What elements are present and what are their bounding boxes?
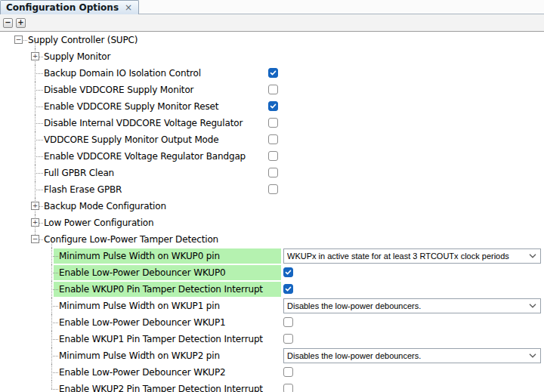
tree-row[interactable]: + Supply Monitor [0,48,544,65]
tree-row[interactable]: Enable Low-Power Debouncer WKUP1 [0,314,544,331]
tree-item-label[interactable]: Supply Controller (SUPC) [28,32,138,48]
tree-guide-line [51,347,52,364]
check-icon [285,286,292,292]
chevron-down-icon [529,353,536,358]
tree-item-label[interactable]: Enable Low-Power Debouncer WKUP1 [59,314,226,331]
tree-row[interactable]: Minimum Pulse Width on WKUP0 pin WKUPx i… [0,248,544,264]
tree-item-label[interactable]: Low Power Configuration [44,215,153,231]
tree-branch-line [51,372,58,373]
checkbox[interactable] [268,168,278,177]
tree-row[interactable]: VDDCORE Supply Monitor Output Mode [0,131,544,148]
tree-item-label[interactable]: Backup Domain IO Isolation Control [44,65,201,82]
tree-item-label[interactable]: VDDCORE Supply Monitor Output Mode [44,131,218,148]
tab-close-icon[interactable]: × [125,3,132,12]
tree-item-label[interactable]: Enable WKUP0 Pin Tamper Detection Interr… [59,281,263,298]
dropdown[interactable]: WKUPx in active state for at least 3 RTC… [283,248,541,264]
tree-item-label[interactable]: Backup Mode Configuration [44,198,166,215]
expand-icon[interactable]: + [31,202,39,210]
tree-row[interactable]: Enable Low-Power Debouncer WKUP2 [0,364,544,381]
tree-row[interactable]: Enable VDDCORE Voltage Regulator Bandgap [0,148,544,165]
tree-row[interactable]: Enable WKUP0 Pin Tamper Detection Interr… [0,281,544,298]
tree-item-label[interactable]: Minimum Pulse Width on WKUP2 pin [59,347,220,364]
collapse-icon[interactable]: − [31,235,39,243]
tree-row[interactable]: + Backup Mode Configuration [0,198,544,215]
tree-item-label[interactable]: Disable VDDCORE Supply Monitor [44,82,193,98]
tree-branch-line [35,140,43,140]
tree-row[interactable]: Enable WKUP1 Pin Tamper Detection Interr… [0,331,544,347]
tree-guide-line [51,248,52,264]
dropdown-value: WKUPx in active state for at least 3 RTC… [287,252,529,261]
tree-branch-line [35,90,43,91]
tree-row[interactable]: Enable Low-Power Debouncer WKUP0 [0,264,544,281]
checkbox[interactable] [283,317,293,327]
tree-guide-line [35,165,36,181]
checkbox[interactable] [283,367,293,377]
tree-item-label[interactable]: Enable VDDCORE Supply Monitor Reset [44,98,218,115]
tab-title: Configuration Options [6,2,119,13]
tree-item-label[interactable]: Minimum Pulse Width on WKUP0 pin [59,248,220,264]
checkbox[interactable] [268,85,278,94]
checkbox[interactable] [283,284,293,294]
tree-item-label[interactable]: Supply Monitor [44,48,110,65]
tree-branch-line [23,40,27,41]
checkbox[interactable] [268,118,278,128]
tree-row[interactable]: Enable WKUP2 Pin Tamper Detection Interr… [0,381,544,392]
collapse-all-button[interactable]: − [3,18,13,28]
tree-guide-line [51,281,52,298]
tree-row[interactable]: + Low Power Configuration [0,215,544,231]
chevron-down-icon [529,254,536,258]
tree-branch-line [35,123,43,124]
tree-branch-line [35,73,43,74]
plus-icon: + [17,19,23,26]
tree-branch-line [51,273,58,273]
expand-all-button[interactable]: + [16,18,26,28]
checkbox[interactable] [268,134,278,144]
tree-row[interactable]: Minimum Pulse Width on WKUP2 pin Disable… [0,347,544,364]
tree-item-label[interactable]: Enable WKUP2 Pin Tamper Detection Interr… [59,381,263,392]
tree-item-label[interactable]: Enable WKUP1 Pin Tamper Detection Interr… [59,331,263,347]
tree-item-label[interactable]: Full GPBR Clean [44,165,114,181]
checkbox[interactable] [268,101,278,111]
check-icon [270,103,277,110]
tree-guide-line [35,115,36,131]
tree-row[interactable]: Enable VDDCORE Supply Monitor Reset [0,98,544,115]
checkbox[interactable] [283,267,293,277]
tree-row[interactable]: Disable VDDCORE Supply Monitor [0,82,544,98]
tree-item-label[interactable]: Enable Low-Power Debouncer WKUP0 [59,264,226,281]
checkbox[interactable] [283,384,293,392]
tree-guide-line [51,314,52,331]
expand-icon[interactable]: + [31,218,39,227]
tree-item-label[interactable]: Enable VDDCORE Voltage Regulator Bandgap [44,148,246,165]
tree-branch-line [35,190,43,190]
tree-row[interactable]: Disable Internal VDDCORE Voltage Regulat… [0,115,544,131]
dropdown-value: Disables the low-power debouncers. [287,351,529,360]
checkbox[interactable] [283,334,293,344]
tree-item-label[interactable]: Minimum Pulse Width on WKUP1 pin [59,298,220,314]
tree-row[interactable]: − Supply Controller (SUPC) [0,32,544,48]
tree-branch-line [35,156,43,157]
tree-row[interactable]: Backup Domain IO Isolation Control [0,65,544,82]
tree-branch-line [51,389,58,390]
checkbox[interactable] [268,184,278,194]
tree-row[interactable]: Flash Erase GPBR [0,181,544,198]
tree-branch-line [51,356,58,357]
tree-row[interactable]: − Configure Low-Power Tamper Detection [0,231,544,248]
tree-item-label[interactable]: Enable Low-Power Debouncer WKUP2 [59,364,226,381]
minus-icon: − [5,19,11,26]
tree-row[interactable]: Full GPBR Clean [0,165,544,181]
collapse-icon[interactable]: − [14,35,23,44]
tree-row[interactable]: Minimum Pulse Width on WKUP1 pin Disable… [0,298,544,314]
checkbox[interactable] [268,68,278,78]
tree-item-label[interactable]: Flash Erase GPBR [44,181,122,198]
tree-guide-line [51,364,52,381]
config-options-tree: − Supply Controller (SUPC) + Supply Moni… [0,32,544,392]
tree-item-label[interactable]: Configure Low-Power Tamper Detection [44,231,218,248]
expand-icon[interactable]: + [31,52,39,60]
dropdown[interactable]: Disables the low-power debouncers. [283,298,541,313]
dropdown[interactable]: Disables the low-power debouncers. [283,348,541,363]
check-icon [270,69,277,76]
tree-item-label[interactable]: Disable Internal VDDCORE Voltage Regulat… [44,115,243,131]
checkbox[interactable] [268,151,278,161]
tab-configuration-options[interactable]: Configuration Options × [0,0,139,14]
tree-guide-line [51,381,52,389]
